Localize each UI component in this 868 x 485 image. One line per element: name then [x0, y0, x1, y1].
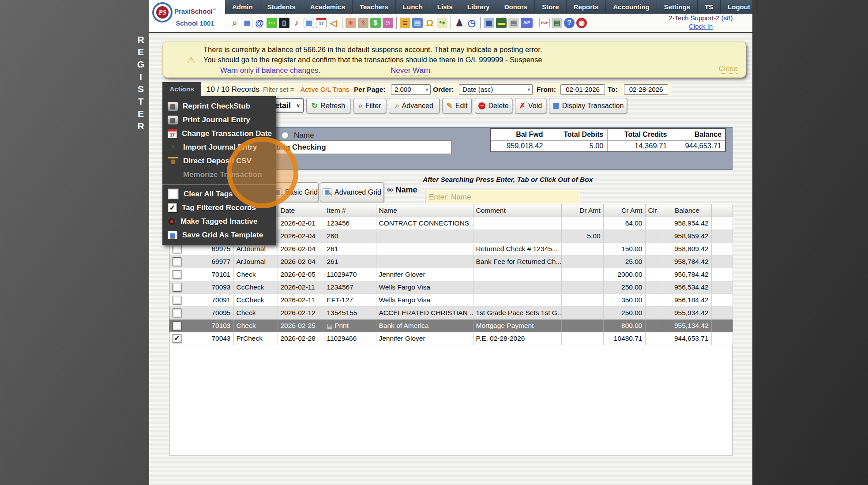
basic-grid-button[interactable]: ▦●Basic Grid	[272, 182, 319, 202]
nav-item-teachers[interactable]: Teachers	[353, 0, 396, 14]
row-tag-checkbox[interactable]	[173, 296, 181, 305]
table-row[interactable]: 70103Check2026-02-25▤ PrintBank of Ameri…	[169, 319, 733, 332]
nav-item-accounting[interactable]: Accounting	[606, 0, 657, 14]
nav-item-settings[interactable]: Settings	[657, 0, 698, 14]
nav-item-library[interactable]: Library	[460, 0, 497, 14]
table-row[interactable]: 70093CcCheck2026-02-111234567Wells Fargo…	[169, 281, 733, 293]
speaker-icon[interactable]: ♪	[291, 18, 302, 28]
search-icon[interactable]: ⌕	[229, 18, 240, 28]
account-name-input[interactable]	[251, 140, 451, 154]
refresh-button[interactable]: ↻Refresh	[306, 98, 350, 113]
nav-item-ts[interactable]: TS	[698, 0, 721, 14]
nav-item-donors[interactable]: Donors	[497, 0, 535, 14]
nav-item-lunch[interactable]: Lunch	[396, 0, 430, 14]
visitor-icon[interactable]: ♟	[454, 18, 465, 28]
credit-card-icon[interactable]: ▬	[496, 18, 507, 28]
email-icon[interactable]: @	[254, 18, 265, 28]
menu-item-import-journal-entry[interactable]: ↑Import Journal Entry	[162, 140, 276, 154]
edit-button[interactable]: ✎Edit	[442, 98, 472, 113]
nurse-icon[interactable]: +	[346, 18, 356, 28]
table-row[interactable]: ✓70043PrCheck2026-02-2811029466Jennifer …	[169, 332, 733, 345]
menu-item-tag-filtered-records[interactable]: ✓Tag Filtered Records	[162, 201, 276, 214]
banner-close-link[interactable]: Close	[719, 64, 738, 74]
menu-item-save-grid-as-template[interactable]: ▦Save Grid As Template	[162, 228, 276, 242]
pdf-icon[interactable]: PDF	[539, 18, 550, 28]
date-icon[interactable]: 17	[316, 18, 327, 28]
nav-item-academics[interactable]: Academics	[303, 0, 353, 14]
money-icon[interactable]: $	[370, 18, 381, 28]
calculator-icon[interactable]: ▦	[484, 18, 494, 28]
display-transaction-button[interactable]: ▦Display Transaction	[549, 98, 627, 113]
advanced-button[interactable]: ⌕Advanced	[389, 98, 440, 113]
menu-item-memorize-transaction[interactable]: Memorize Transaction	[162, 168, 276, 181]
ap-icon[interactable]: A/P	[521, 18, 533, 28]
order-select[interactable]: Date (asc)∨	[459, 84, 533, 95]
col-header[interactable]: Clr	[645, 204, 663, 217]
col-header[interactable]: Dr Amt	[561, 204, 603, 217]
name-radio[interactable]	[281, 132, 289, 139]
filter-button[interactable]: ⌕Filter	[353, 98, 386, 113]
col-header[interactable]: Date	[278, 204, 324, 217]
nav-item-logout[interactable]: Logout	[721, 0, 758, 14]
toolbar-separator	[342, 17, 342, 29]
teacher-icon[interactable]: ♀	[358, 18, 368, 28]
printer-icon: ▤	[168, 116, 178, 124]
print-money-icon[interactable]: ▤	[552, 18, 562, 28]
help-icon[interactable]: ?	[564, 18, 575, 28]
col-header[interactable]: Comment	[473, 204, 561, 217]
delete-button[interactable]: −Delete	[475, 98, 512, 113]
nav-item-students[interactable]: Students	[260, 0, 303, 14]
schedule-icon[interactable]: ▦	[304, 18, 314, 28]
per-page-select[interactable]: 2,000∨	[391, 84, 431, 95]
actions-menu-button[interactable]: Actions	[162, 82, 201, 96]
cash-register-icon[interactable]: ▤	[508, 18, 519, 28]
advanced-grid-button[interactable]: ▦✎Advanced Grid	[320, 182, 384, 202]
clock-icon[interactable]: ◷	[466, 18, 477, 28]
nav-item-lists[interactable]: Lists	[430, 0, 460, 14]
table-row[interactable]: 70091CcCheck2026-02-11EFT-127Wells Fargo…	[169, 293, 733, 306]
order-label: Order:	[433, 83, 454, 97]
menu-item-print-journal-entry[interactable]: ▤Print Journal Entry	[162, 113, 276, 127]
locker-icon[interactable]: ▤	[412, 18, 423, 28]
void-button[interactable]: ✗Void	[515, 98, 546, 113]
sms-icon[interactable]: ⋯	[267, 18, 277, 28]
row-tag-checkbox[interactable]	[173, 244, 181, 253]
bell-icon[interactable]: Ω	[425, 18, 435, 28]
calendar-grid-icon[interactable]: ▦	[242, 18, 252, 28]
to-date-input[interactable]	[624, 84, 668, 95]
nav-item-admin[interactable]: Admin	[225, 0, 260, 14]
nav-item-reports[interactable]: Reports	[567, 0, 606, 14]
col-header[interactable]: Cr Amt	[603, 204, 645, 217]
row-tag-checkbox[interactable]: ✓	[173, 334, 181, 343]
col-header[interactable]: Balance	[663, 204, 711, 217]
menu-item-clear-all-tags[interactable]: Clear All Tags	[162, 187, 276, 201]
power-icon[interactable]: ◉	[576, 18, 587, 28]
checkbox-checked-icon: ✓	[168, 203, 177, 212]
row-tag-checkbox[interactable]	[173, 257, 181, 266]
name-search-input[interactable]	[425, 190, 580, 204]
nav-item-store[interactable]: Store	[535, 0, 566, 14]
lunch-icon[interactable]: ≡	[400, 18, 410, 28]
from-date-input[interactable]	[560, 84, 605, 95]
row-tag-checkbox[interactable]	[173, 321, 181, 330]
menu-item-change-transaction-date[interactable]: 17Change Transaction Date	[162, 127, 276, 140]
clock-in-link[interactable]: Clock In	[689, 23, 713, 30]
menu-item-direct-deposit-csv[interactable]: ⅢDirect Deposit CSV	[162, 154, 276, 168]
warn-if-balance-changes-link[interactable]: Warn only if balance changes.	[220, 66, 320, 75]
col-header[interactable]: Name	[376, 204, 473, 217]
row-tag-checkbox[interactable]	[173, 270, 181, 279]
note-export-icon[interactable]: ↪	[437, 18, 447, 28]
menu-item-make-tagged-inactive[interactable]: Make Tagged Inactive	[162, 214, 276, 228]
row-tag-checkbox[interactable]	[173, 283, 181, 292]
never-warn-link[interactable]: Never Warn	[391, 66, 430, 75]
megaphone-icon[interactable]: ◁	[328, 18, 339, 28]
row-tag-checkbox[interactable]	[173, 308, 181, 317]
table-row[interactable]: 69977ArJournal2026-02-04261Bank Fee for …	[169, 255, 733, 268]
col-header[interactable]	[711, 204, 733, 217]
phone-icon[interactable]: ▯	[279, 18, 289, 28]
menu-item-reprint-checkstub[interactable]: ▤Reprint CheckStub	[162, 99, 276, 113]
table-row[interactable]: 70095Check2026-02-1213545155ACCELERATED …	[169, 306, 733, 319]
col-header[interactable]: Item #	[324, 204, 376, 217]
table-row[interactable]: 70101Check2026-02-0511029470Jennifer Glo…	[169, 268, 733, 281]
family-icon[interactable]: ☺	[383, 18, 393, 28]
